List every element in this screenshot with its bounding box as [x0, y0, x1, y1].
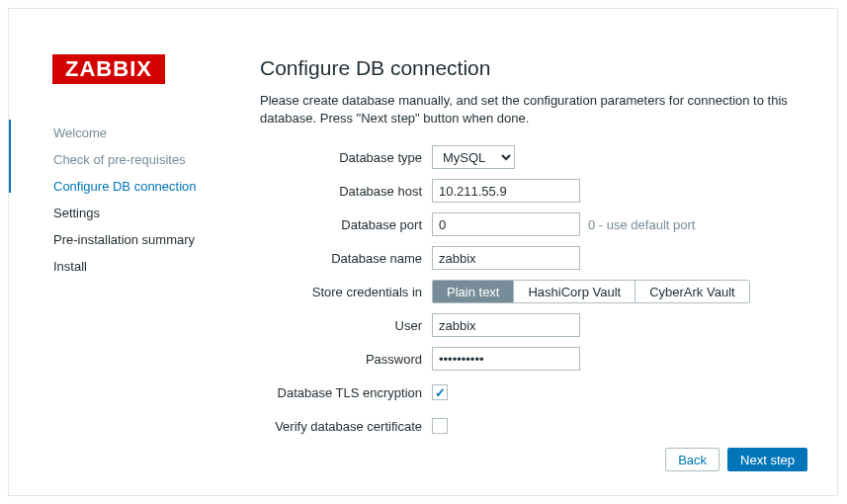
label-store-creds: Store credentials in — [260, 285, 432, 299]
content: Configure DB connection Please create da… — [260, 56, 813, 448]
label-db-type: Database type — [260, 150, 432, 165]
wizard-sidebar: Welcome Check of pre-requisites Configur… — [43, 120, 241, 280]
label-db-host: Database host — [260, 184, 432, 199]
sidebar-accent — [9, 120, 11, 193]
sidebar-item-db[interactable]: Configure DB connection — [43, 173, 241, 200]
creds-plain-text[interactable]: Plain text — [433, 281, 513, 302]
db-type-select[interactable]: MySQL — [432, 145, 515, 169]
back-button[interactable]: Back — [665, 448, 720, 471]
label-tls: Database TLS encryption — [260, 385, 432, 400]
zabbix-logo: ZABBIX — [52, 54, 165, 84]
page-lead: Please create database manually, and set… — [260, 92, 813, 127]
db-name-input[interactable] — [432, 246, 580, 270]
store-creds-segmented: Plain text HashiCorp Vault CyberArk Vaul… — [432, 280, 750, 303]
db-host-input[interactable] — [432, 179, 580, 203]
wizard-footer: Back Next step — [665, 448, 807, 471]
page-title: Configure DB connection — [260, 56, 813, 80]
label-db-name: Database name — [260, 251, 432, 266]
next-step-button[interactable]: Next step — [727, 448, 807, 471]
password-input[interactable] — [432, 347, 580, 371]
db-port-hint: 0 - use default port — [588, 217, 695, 232]
sidebar-item-settings[interactable]: Settings — [43, 200, 241, 226]
verify-cert-checkbox[interactable] — [432, 418, 448, 434]
label-user: User — [260, 318, 432, 333]
creds-cyberark[interactable]: CyberArk Vault — [635, 281, 748, 302]
tls-checkbox[interactable] — [432, 384, 448, 400]
label-verify-cert: Verify database certificate — [260, 419, 432, 434]
user-input[interactable] — [432, 313, 580, 337]
db-port-input[interactable] — [432, 212, 580, 236]
sidebar-item-summary[interactable]: Pre-installation summary — [43, 226, 241, 253]
wizard-frame: ZABBIX Welcome Check of pre-requisites C… — [8, 8, 838, 496]
creds-hashicorp[interactable]: HashiCorp Vault — [513, 281, 635, 302]
label-db-port: Database port — [260, 217, 432, 232]
label-password: Password — [260, 352, 432, 367]
sidebar-item-welcome[interactable]: Welcome — [43, 120, 241, 146]
sidebar-item-prereq[interactable]: Check of pre-requisites — [43, 146, 241, 173]
sidebar-item-install[interactable]: Install — [43, 253, 241, 280]
